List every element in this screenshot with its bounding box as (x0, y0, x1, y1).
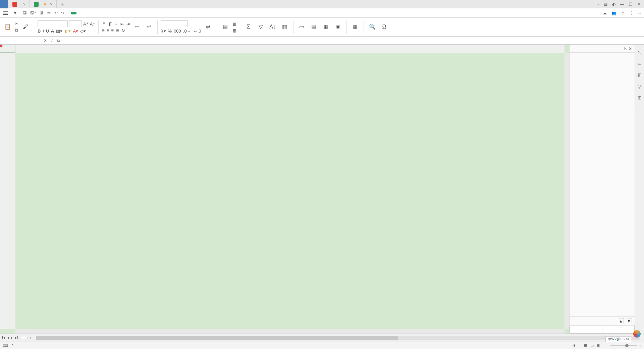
currency-icon[interactable]: ¥▾ (161, 29, 166, 34)
show-all-button[interactable] (570, 326, 602, 334)
clear-format-icon[interactable]: ◇▾ (80, 29, 86, 34)
sort-button[interactable]: A↓ (268, 23, 278, 31)
close-pane-icon[interactable]: ✕ (629, 46, 632, 51)
sheet-nav-prev-icon[interactable]: ◂ (7, 336, 9, 340)
type-convert-button[interactable]: ⇄ (203, 23, 213, 31)
worksheet-button[interactable]: ▦ (321, 23, 331, 31)
filter-button[interactable]: ▽ (256, 23, 266, 31)
share-button[interactable]: ⇪ (621, 11, 625, 15)
maximize-icon[interactable]: ❐ (629, 2, 633, 7)
font-color-icon[interactable]: A▾ (73, 29, 78, 34)
collapse-ribbon-icon[interactable]: ︿ (637, 10, 641, 16)
dec-inc-icon[interactable]: .0→ (183, 29, 191, 34)
tab-member[interactable] (162, 12, 167, 14)
rail-select-icon[interactable]: ↖ (638, 49, 642, 55)
rail-more-icon[interactable]: ⋯ (637, 106, 642, 112)
tab-formula[interactable] (101, 12, 107, 14)
move-up-icon[interactable]: ▲ (618, 318, 624, 324)
tab-custom[interactable] (131, 12, 137, 14)
cell-button[interactable]: ▭ (297, 23, 307, 31)
rail-property-icon[interactable]: ⊞ (638, 95, 642, 100)
sheet-nav-next-icon[interactable]: ▸ (11, 336, 13, 340)
tab-start[interactable] (71, 12, 76, 14)
decrease-font-icon[interactable]: A⁻ (90, 21, 95, 27)
align-left-icon[interactable]: ≡ (102, 28, 105, 33)
border-icon[interactable]: ▦▾ (56, 29, 62, 34)
justify-icon[interactable]: ≣ (116, 28, 119, 33)
close-icon[interactable]: × (50, 2, 52, 7)
rail-clipboard-icon[interactable]: ▭ (637, 61, 642, 66)
collab-button[interactable]: 👥 (611, 11, 617, 15)
align-top-icon[interactable]: ⭱ (102, 21, 106, 27)
layout-icon[interactable]: ▭ (595, 2, 599, 7)
cell-style-button[interactable]: ▦ (232, 28, 236, 33)
eye-icon[interactable]: 👁 (573, 344, 576, 348)
align-center-icon[interactable]: ≡ (107, 28, 109, 33)
font-size-select[interactable] (69, 20, 82, 27)
table-tools-button[interactable]: ▦ (350, 23, 360, 31)
add-tab-button[interactable]: + (57, 0, 68, 8)
tab-data[interactable] (111, 12, 117, 14)
user-icon[interactable]: ◐ (612, 2, 615, 7)
paste-button[interactable]: 📋 (3, 23, 13, 31)
italic-icon[interactable]: I (43, 29, 44, 34)
keyboard-icon[interactable]: ⌨ (3, 343, 8, 348)
merge-center-button[interactable]: ▭ (132, 23, 142, 31)
more-icon[interactable]: ⋮ (629, 11, 633, 15)
indent-inc-icon[interactable]: ⇥ (126, 21, 130, 27)
view-normal-icon[interactable]: ▦ (584, 343, 587, 347)
view-page-icon[interactable]: ▭ (590, 343, 594, 347)
symbol-button[interactable]: Ω (379, 23, 389, 31)
sheet-hscroll[interactable] (36, 336, 640, 340)
accept-formula-icon[interactable]: ✓ (50, 38, 54, 43)
tab-home[interactable] (0, 0, 8, 8)
spreadsheet-grid[interactable] (0, 45, 569, 334)
select-all-corner[interactable] (0, 45, 15, 53)
fill-button[interactable]: ▥ (280, 23, 290, 31)
zoom-slider[interactable] (610, 345, 637, 346)
view-break-icon[interactable]: ⊞ (597, 343, 600, 347)
zoom-in-icon[interactable]: + (639, 344, 641, 348)
orientation-icon[interactable]: ↻ (121, 28, 125, 33)
save-as-icon[interactable]: 🖫⁺ (30, 11, 36, 15)
percent-icon[interactable]: % (168, 29, 172, 34)
format-painter-button[interactable]: 🖌 (20, 23, 31, 31)
comma-icon[interactable]: 000 (174, 29, 181, 34)
close-icon[interactable]: × (23, 2, 25, 7)
align-bottom-icon[interactable]: ⭳ (114, 21, 118, 27)
fx-icon[interactable]: fx (57, 38, 60, 43)
add-sheet-button[interactable]: + (30, 336, 32, 340)
dec-dec-icon[interactable]: ←.0 (193, 29, 201, 34)
underline-icon[interactable]: U (46, 29, 49, 34)
find-button[interactable]: 🔍 (367, 23, 377, 31)
close-window-icon[interactable]: ✕ (637, 2, 641, 7)
tab-view[interactable] (142, 12, 147, 14)
cloud-status[interactable]: ☁ (603, 11, 607, 15)
sheet-tab-sheet1[interactable] (20, 337, 28, 339)
pin-icon[interactable]: ⇱ (624, 46, 628, 51)
tab-workbook[interactable]: × (30, 0, 57, 8)
strike-icon[interactable]: A̶ (51, 29, 54, 34)
wrap-text-button[interactable]: ↩ (144, 23, 154, 31)
print-icon[interactable]: 🖶 (40, 11, 44, 15)
redo-icon[interactable]: ↷ (61, 11, 64, 15)
help-icon[interactable]: ? (11, 344, 13, 348)
print-preview-icon[interactable]: 👁 (47, 11, 51, 15)
cut-button[interactable]: ✂ (15, 21, 18, 26)
font-name-select[interactable] (38, 20, 68, 27)
align-right-icon[interactable]: ≡ (111, 28, 114, 33)
sheet-nav-first-icon[interactable]: I◂ (2, 336, 5, 340)
increase-font-icon[interactable]: A⁺ (83, 21, 89, 27)
cancel-formula-icon[interactable]: ✕ (44, 38, 47, 43)
horizontal-scrollbar[interactable] (15, 329, 565, 334)
apps-icon[interactable]: ▦ (604, 2, 607, 7)
copy-button[interactable]: ⧉ (15, 28, 18, 33)
cells-area[interactable] (15, 53, 565, 329)
minimize-icon[interactable]: — (620, 2, 624, 7)
number-format-select[interactable] (161, 20, 188, 27)
menu-icon[interactable] (3, 11, 8, 15)
sum-button[interactable]: Σ (244, 23, 254, 31)
move-down-icon[interactable]: ▼ (626, 318, 632, 324)
fill-color-icon[interactable]: ◧▾ (64, 29, 71, 34)
zoom-out-icon[interactable]: − (606, 344, 608, 348)
